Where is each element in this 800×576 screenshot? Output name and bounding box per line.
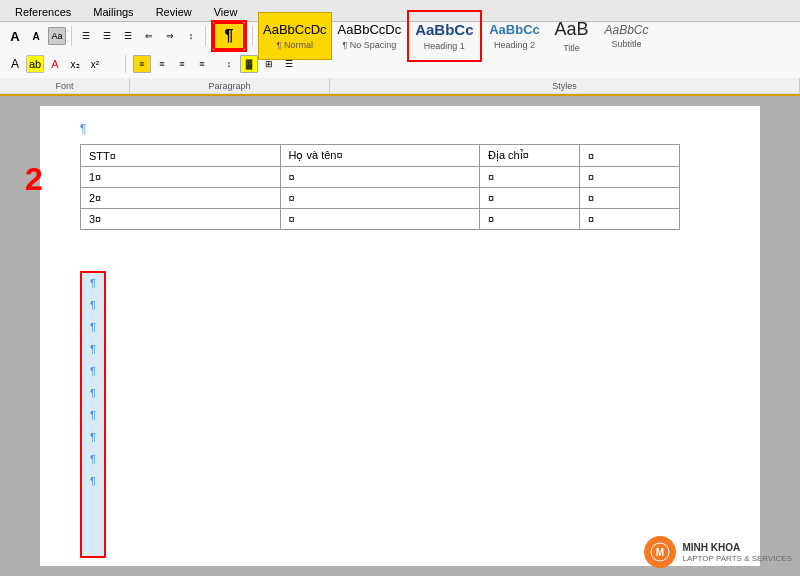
style-title-preview: AaB xyxy=(555,19,589,41)
annotation-number-2: 2 xyxy=(25,161,43,198)
sep2 xyxy=(205,26,206,45)
show-para-btn[interactable]: ¶ xyxy=(213,22,245,50)
style-heading2-label: Heading 2 xyxy=(494,40,535,50)
list-multi-btn[interactable]: ☰ xyxy=(280,55,298,73)
tab-mailings[interactable]: Mailings xyxy=(82,2,144,21)
sort-btn[interactable]: ↕ xyxy=(182,27,200,45)
justify-btn[interactable]: ≡ xyxy=(193,55,211,73)
font-size-small-btn[interactable]: A xyxy=(27,27,45,45)
paragraph-label: Paragraph xyxy=(130,78,330,93)
style-normal[interactable]: AaBbCcDc ¶ Normal xyxy=(258,12,332,60)
style-no-spacing-preview: AaBbCcDc xyxy=(338,22,402,38)
numbering-btn[interactable]: ☰ xyxy=(98,27,116,45)
pilcrow-3: ¶ xyxy=(90,321,96,333)
style-heading1-label: Heading 1 xyxy=(424,41,465,51)
multilevel-btn[interactable]: ☰ xyxy=(119,27,137,45)
style-heading2-preview: AaBbCc xyxy=(489,22,540,38)
td-name-1: ¤ xyxy=(280,167,480,188)
style-heading1-preview: AaBbCc xyxy=(415,21,473,39)
td-name-2: ¤ xyxy=(280,188,480,209)
tab-review[interactable]: Review xyxy=(145,2,203,21)
align-left-btn[interactable]: ≡ xyxy=(133,55,151,73)
td-stt-3: 3¤ xyxy=(81,209,281,230)
logo-subtitle: LAPTOP PARTS & SERVICES xyxy=(682,554,792,563)
pilcrow-9: ¶ xyxy=(90,453,96,465)
align-right-btn[interactable]: ≡ xyxy=(173,55,191,73)
th-stt: STT¤ xyxy=(81,145,281,167)
pilcrow-5: ¶ xyxy=(90,365,96,377)
style-no-spacing[interactable]: AaBbCcDc ¶ No Spacing xyxy=(333,12,407,60)
pilcrow-10: ¶ xyxy=(90,475,96,487)
highlight-btn[interactable]: ab xyxy=(26,55,44,73)
shading-btn[interactable]: ▓ xyxy=(240,55,258,73)
td-addr-3: ¤ xyxy=(480,209,580,230)
bullets-btn[interactable]: ☰ xyxy=(77,27,95,45)
th-name: Họ và tên¤ xyxy=(280,145,480,167)
pilcrow-7: ¶ xyxy=(90,409,96,421)
pilcrow-6: ¶ xyxy=(90,387,96,399)
ribbon-row1: A A Aa ☰ ☰ ☰ ⇐ ⇒ ↕ ¶ AaBbCcDc ¶ Normal xyxy=(0,22,800,50)
table-row: 1¤ ¤ ¤ ¤ xyxy=(81,167,680,188)
font-aa-btn[interactable]: Aa xyxy=(48,27,66,45)
subscript-btn[interactable]: x₂ xyxy=(66,55,84,73)
pilcrow-1: ¶ xyxy=(90,277,96,289)
logo-area: M MINH KHOA LAPTOP PARTS & SERVICES xyxy=(644,536,792,568)
para-marks-column: ¶ ¶ ¶ ¶ ¶ ¶ ¶ ¶ ¶ ¶ xyxy=(80,271,106,558)
style-subtitle-preview: AaBbCc xyxy=(605,23,649,37)
decrease-indent-btn[interactable]: ⇐ xyxy=(140,27,158,45)
style-subtitle-label: Subtitle xyxy=(612,39,642,49)
logo-text-group: MINH KHOA LAPTOP PARTS & SERVICES xyxy=(682,541,792,563)
table-header-row: STT¤ Họ và tên¤ Địa chỉ¤ ¤ xyxy=(81,145,680,167)
styles-label: Styles xyxy=(330,78,800,93)
labels-bar: Font Paragraph Styles xyxy=(0,78,800,94)
font-area: A ab A x₂ x² xyxy=(6,55,126,73)
borders-btn[interactable]: ⊞ xyxy=(260,55,278,73)
th-address: Địa chỉ¤ xyxy=(480,145,580,167)
alignment-group: ≡ ≡ ≡ ≡ ↕ ▓ ⊞ ☰ xyxy=(133,55,298,73)
style-subtitle[interactable]: AaBbCc Subtitle xyxy=(597,12,657,60)
font-size-large-btn[interactable]: A xyxy=(6,27,24,45)
heading1-highlight-box: AaBbCc Heading 1 xyxy=(407,10,481,62)
th-extra: ¤ xyxy=(580,145,680,167)
table-row: 2¤ ¤ ¤ ¤ xyxy=(81,188,680,209)
sep3 xyxy=(252,26,253,45)
font-color2-btn[interactable]: A xyxy=(46,55,64,73)
style-normal-label: ¶ Normal xyxy=(277,40,313,50)
line-spacing-btn[interactable]: ↕ xyxy=(220,55,238,73)
styles-inline: AaBbCcDc ¶ Normal AaBbCcDc ¶ No Spacing … xyxy=(258,10,794,62)
td-extra-1: ¤ xyxy=(580,167,680,188)
font-color-btn[interactable]: A xyxy=(6,55,24,73)
style-heading2[interactable]: AaBbCc Heading 2 xyxy=(483,12,547,60)
page-container: 1 ¶ STT¤ Họ và tên¤ Địa chỉ¤ ¤ 1¤ ¤ ¤ ¤ xyxy=(40,106,760,566)
pilcrow-8: ¶ xyxy=(90,431,96,443)
superscript-btn[interactable]: x² xyxy=(86,55,104,73)
top-para-mark: ¶ xyxy=(80,122,720,136)
main-area: 1 ¶ STT¤ Họ và tên¤ Địa chỉ¤ ¤ 1¤ ¤ ¤ ¤ xyxy=(0,96,800,576)
align-center-btn[interactable]: ≡ xyxy=(153,55,171,73)
td-name-3: ¤ xyxy=(280,209,480,230)
style-title[interactable]: AaB Title xyxy=(548,12,596,60)
td-stt-1: 1¤ xyxy=(81,167,281,188)
logo-name: MINH KHOA xyxy=(682,541,792,554)
para-mark-highlight-box: ¶ xyxy=(211,20,247,52)
svg-text:M: M xyxy=(656,547,664,558)
td-addr-2: ¤ xyxy=(480,188,580,209)
td-extra-2: ¤ xyxy=(580,188,680,209)
style-heading1[interactable]: AaBbCc Heading 1 xyxy=(410,13,478,59)
ribbon: A A Aa ☰ ☰ ☰ ⇐ ⇒ ↕ ¶ AaBbCcDc ¶ Normal xyxy=(0,22,800,96)
increase-indent-btn[interactable]: ⇒ xyxy=(161,27,179,45)
td-stt-2: 2¤ xyxy=(81,188,281,209)
tab-view[interactable]: View xyxy=(203,2,249,21)
style-normal-preview: AaBbCcDc xyxy=(263,22,327,38)
font-label: Font xyxy=(0,78,130,93)
tab-references[interactable]: References xyxy=(4,2,82,21)
table-row: 3¤ ¤ ¤ ¤ xyxy=(81,209,680,230)
pilcrow-4: ¶ xyxy=(90,343,96,355)
word-table: STT¤ Họ và tên¤ Địa chỉ¤ ¤ 1¤ ¤ ¤ ¤ 2¤ ¤… xyxy=(80,144,680,230)
sep1 xyxy=(71,26,72,45)
app-wrapper: References Mailings Review View A A Aa ☰… xyxy=(0,0,800,576)
pilcrow-2: ¶ xyxy=(90,299,96,311)
td-addr-1: ¤ xyxy=(480,167,580,188)
td-extra-3: ¤ xyxy=(580,209,680,230)
logo-icon: M xyxy=(644,536,676,568)
